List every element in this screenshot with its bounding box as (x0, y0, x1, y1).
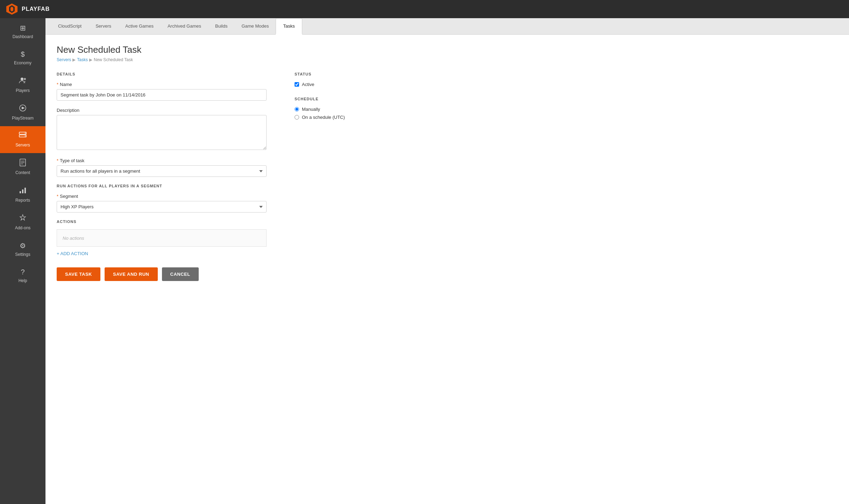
tab-servers[interactable]: Servers (89, 19, 118, 35)
schedule-utc-radio[interactable] (295, 115, 299, 120)
svg-rect-15 (20, 191, 21, 193)
form-layout: DETAILS * Name Description (57, 72, 838, 281)
svg-point-9 (25, 133, 26, 134)
add-action-label: + ADD ACTION (57, 251, 88, 256)
svg-rect-16 (22, 189, 23, 193)
svg-point-3 (21, 78, 23, 80)
page-title: New Scheduled Task (57, 44, 838, 55)
sidebar-label-content: Content (15, 170, 30, 175)
tab-cloudscript[interactable]: CloudScript (51, 19, 89, 35)
sidebar-label-dashboard: Dashboard (13, 34, 33, 39)
description-field-group: Description (57, 108, 267, 151)
breadcrumb-servers[interactable]: Servers (57, 57, 71, 62)
active-checkbox-row: Active (295, 82, 392, 87)
description-textarea[interactable] (57, 115, 267, 150)
schedule-section-title: SCHEDULE (295, 97, 392, 101)
svg-rect-17 (24, 188, 26, 193)
breadcrumb-sep-1: ▶ (72, 57, 76, 62)
svg-marker-2 (10, 7, 13, 12)
tab-builds[interactable]: Builds (208, 19, 234, 35)
segment-select[interactable]: High XP Players (57, 201, 267, 213)
breadcrumb: Servers ▶ Tasks ▶ New Scheduled Task (57, 57, 838, 62)
sidebar-item-help[interactable]: ? Help (0, 262, 45, 289)
description-label: Description (57, 108, 267, 113)
type-required-star: * (57, 158, 58, 163)
playfab-logo-icon (6, 3, 18, 15)
sidebar-item-content[interactable]: Content (0, 153, 45, 181)
schedule-section: SCHEDULE Manually On a schedule (UTC) (295, 97, 392, 120)
sidebar-label-economy: Economy (14, 60, 31, 65)
actions-box: No actions (57, 229, 267, 247)
app-name: PLAYFAB (22, 6, 50, 12)
main-area: CloudScript Servers Active Games Archive… (45, 18, 849, 504)
settings-icon: ⚙ (20, 242, 26, 250)
status-section-title: STATUS (295, 72, 392, 76)
active-checkbox[interactable] (295, 82, 299, 87)
reports-icon (19, 186, 27, 196)
name-label: * Name (57, 82, 267, 87)
svg-point-4 (24, 78, 26, 80)
sidebar-item-reports[interactable]: Reports (0, 181, 45, 208)
sidebar-item-settings[interactable]: ⚙ Settings (0, 236, 45, 262)
manually-label: Manually (302, 107, 320, 112)
segment-label: * Segment (57, 194, 267, 199)
schedule-radio-row: On a schedule (UTC) (295, 115, 392, 120)
sidebar-item-dashboard[interactable]: ⊞ Dashboard (0, 18, 45, 45)
sidebar-label-servers: Servers (15, 143, 30, 147)
segment-required-star: * (57, 194, 58, 199)
dashboard-icon: ⊞ (20, 24, 26, 32)
segment-field-group: * Segment High XP Players (57, 194, 267, 213)
type-label: * Type of task (57, 158, 267, 163)
sidebar-item-servers[interactable]: Servers (0, 126, 45, 153)
content-icon (19, 159, 26, 168)
type-field-group: * Type of task Run actions for all playe… (57, 158, 267, 177)
active-label: Active (302, 82, 314, 87)
economy-icon: $ (21, 50, 24, 58)
tabbar: CloudScript Servers Active Games Archive… (45, 18, 849, 35)
breadcrumb-tasks[interactable]: Tasks (77, 57, 88, 62)
add-action-link[interactable]: + ADD ACTION (57, 251, 267, 256)
breadcrumb-current: New Scheduled Task (94, 57, 133, 62)
svg-marker-6 (22, 107, 25, 109)
players-icon (19, 77, 27, 86)
save-task-button[interactable]: SAVE TASK (57, 267, 100, 281)
save-and-run-button[interactable]: SAVE AND RUN (105, 267, 158, 281)
details-section-title: DETAILS (57, 72, 267, 76)
tab-activegames[interactable]: Active Games (118, 19, 161, 35)
sidebar-item-economy[interactable]: $ Economy (0, 45, 45, 71)
sidebar-label-players: Players (16, 88, 30, 93)
content-area: New Scheduled Task Servers ▶ Tasks ▶ New… (45, 35, 849, 504)
tab-gamemodes[interactable]: Game Modes (234, 19, 276, 35)
form-left: DETAILS * Name Description (57, 72, 267, 281)
servers-icon (19, 132, 27, 141)
sidebar-label-reports: Reports (15, 198, 30, 203)
playstream-icon (19, 104, 27, 114)
manually-radio[interactable] (295, 107, 299, 111)
sidebar-item-playstream[interactable]: PlayStream (0, 99, 45, 126)
cancel-button[interactable]: CANCEL (162, 267, 199, 281)
name-required-star: * (57, 82, 58, 87)
actions-section-title: ACTIONS (57, 219, 267, 224)
sidebar-item-players[interactable]: Players (0, 71, 45, 99)
sidebar: ⊞ Dashboard $ Economy Players (0, 18, 45, 504)
name-field-group: * Name (57, 82, 267, 101)
no-actions-text: No actions (63, 236, 84, 241)
name-input[interactable] (57, 89, 267, 101)
button-row: SAVE TASK SAVE AND RUN CANCEL (57, 267, 267, 281)
sidebar-label-help: Help (19, 278, 27, 283)
breadcrumb-sep-2: ▶ (89, 57, 92, 62)
sidebar-label-settings: Settings (15, 252, 30, 257)
svg-point-10 (25, 136, 26, 136)
topbar: PLAYFAB (0, 0, 849, 18)
sidebar-label-playstream: PlayStream (12, 116, 34, 121)
schedule-utc-label: On a schedule (UTC) (302, 115, 345, 120)
sidebar-item-addons[interactable]: Add-ons (0, 208, 45, 236)
manually-radio-row: Manually (295, 107, 392, 112)
help-icon: ? (21, 268, 24, 276)
tab-archivedgames[interactable]: Archived Games (161, 19, 208, 35)
tab-tasks[interactable]: Tasks (276, 18, 302, 35)
status-section: STATUS Active (295, 72, 392, 87)
type-select[interactable]: Run actions for all players in a segment (57, 165, 267, 177)
addons-icon (19, 214, 27, 223)
logo-area: PLAYFAB (6, 3, 50, 15)
